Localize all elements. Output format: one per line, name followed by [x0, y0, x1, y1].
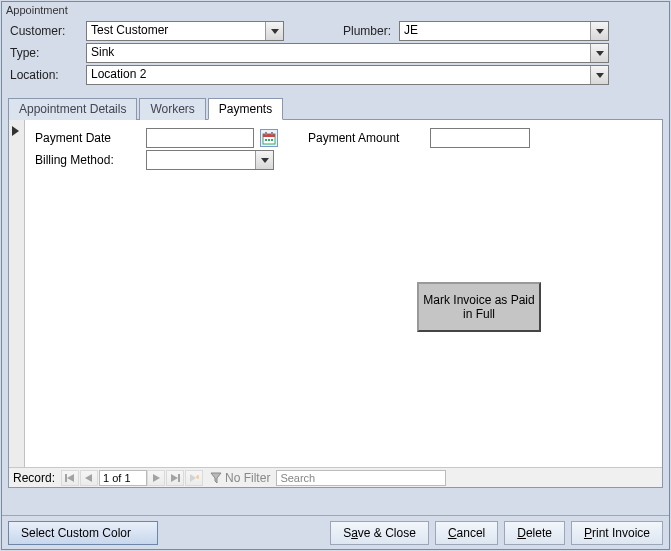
location-value: Location 2: [87, 66, 590, 84]
recordnav-label: Record:: [13, 471, 55, 485]
plumber-combo[interactable]: JE: [399, 21, 609, 41]
dropdown-button[interactable]: [265, 22, 283, 40]
record-position[interactable]: 1 of 1: [99, 470, 147, 486]
customer-label: Customer:: [8, 24, 86, 38]
billing-method-combo[interactable]: [146, 150, 274, 170]
dropdown-button[interactable]: [590, 22, 608, 40]
customer-value: Test Customer: [87, 22, 265, 40]
svg-rect-6: [271, 139, 273, 141]
mark-paid-in-full-button[interactable]: Mark Invoice as Paid in Full: [417, 282, 541, 332]
mark-paid-label: Mark Invoice as Paid in Full: [423, 293, 535, 321]
chevron-down-icon: [596, 29, 604, 34]
bottom-bar: Select Custom Color Save & Close Cancel …: [2, 515, 669, 549]
chevron-down-icon: [261, 158, 269, 163]
billing-method-label: Billing Method:: [35, 153, 140, 167]
nav-next-button[interactable]: [147, 470, 165, 486]
chevron-down-icon: [596, 51, 604, 56]
type-value: Sink: [87, 44, 590, 62]
payment-date-field[interactable]: [146, 128, 254, 148]
plumber-value: JE: [400, 22, 590, 40]
record-selector-bar[interactable]: [9, 120, 25, 472]
billing-method-value: [147, 151, 255, 169]
nav-first-button[interactable]: [61, 470, 79, 486]
svg-rect-4: [265, 139, 267, 141]
chevron-down-icon: [596, 73, 604, 78]
record-navigation: Record: 1 of 1 No Filter Search: [9, 467, 662, 487]
tab-payments[interactable]: Payments: [208, 98, 283, 120]
filter-indicator[interactable]: No Filter: [210, 471, 270, 485]
dropdown-button[interactable]: [590, 66, 608, 84]
current-record-icon: [12, 126, 19, 136]
select-custom-color-button[interactable]: Select Custom Color: [8, 521, 158, 545]
calendar-icon[interactable]: [260, 129, 278, 147]
delete-button[interactable]: Delete: [504, 521, 565, 545]
svg-rect-8: [178, 474, 180, 482]
select-custom-color-label: Select Custom Color: [21, 526, 131, 540]
funnel-icon: [210, 472, 222, 484]
payment-amount-label: Payment Amount: [308, 131, 424, 145]
plumber-label: Plumber:: [314, 24, 399, 38]
payments-panel: Payment Date Payment Amount Billing Meth…: [8, 120, 663, 488]
chevron-down-icon: [271, 29, 279, 34]
nav-new-button[interactable]: [185, 470, 203, 486]
svg-rect-5: [268, 139, 270, 141]
nav-prev-button[interactable]: [80, 470, 98, 486]
print-invoice-button[interactable]: Print Invoice: [571, 521, 663, 545]
form-header: Customer: Test Customer Plumber: JE Type…: [2, 17, 669, 89]
payments-body: Payment Date Payment Amount Billing Meth…: [25, 120, 662, 178]
tab-appointment-details[interactable]: Appointment Details: [8, 98, 137, 120]
svg-rect-3: [271, 132, 273, 135]
location-label: Location:: [8, 68, 86, 82]
appointment-window: Appointment Customer: Test Customer Plum…: [1, 1, 670, 550]
tab-workers[interactable]: Workers: [139, 98, 205, 120]
svg-rect-1: [263, 134, 275, 137]
window-title: Appointment: [2, 2, 669, 17]
dropdown-button[interactable]: [590, 44, 608, 62]
nav-last-button[interactable]: [166, 470, 184, 486]
filter-label: No Filter: [225, 471, 270, 485]
payment-amount-field[interactable]: [430, 128, 530, 148]
location-combo[interactable]: Location 2: [86, 65, 609, 85]
payment-date-label: Payment Date: [35, 131, 140, 145]
svg-rect-7: [65, 474, 67, 482]
svg-rect-2: [265, 132, 267, 135]
search-box[interactable]: Search: [276, 470, 446, 486]
cancel-button[interactable]: Cancel: [435, 521, 498, 545]
type-combo[interactable]: Sink: [86, 43, 609, 63]
tab-bar: Appointment Details Workers Payments: [8, 97, 663, 120]
save-close-button[interactable]: Save & Close: [330, 521, 429, 545]
dropdown-button[interactable]: [255, 151, 273, 169]
type-label: Type:: [8, 46, 86, 60]
customer-combo[interactable]: Test Customer: [86, 21, 284, 41]
